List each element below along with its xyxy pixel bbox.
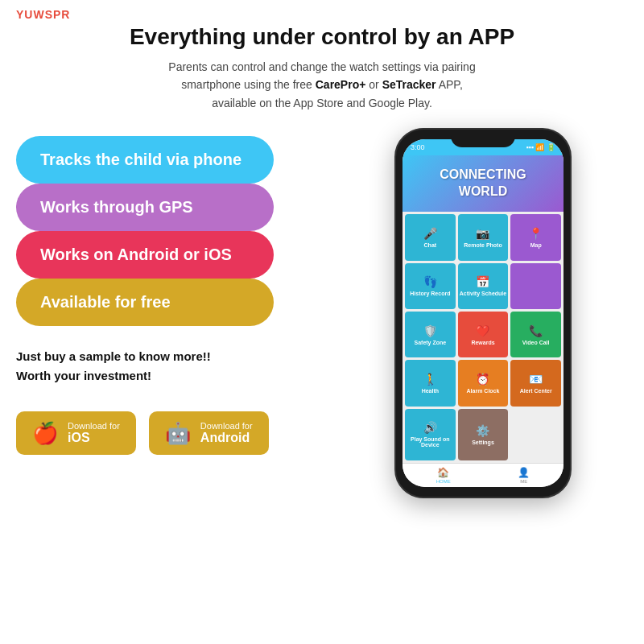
phone-mockup: 3:00 ▪▪▪ 📶 🔋 CONNECTING WORLD 🎤Chat📷Remo…	[394, 128, 572, 498]
cell-label-1: Remote Photo	[464, 242, 502, 248]
grid-cell-0[interactable]: 🎤Chat	[405, 214, 456, 260]
cell-icon-6: 🛡️	[423, 324, 437, 337]
bottom-text: Just buy a sample to know more!! Worth y…	[16, 347, 322, 386]
cell-label-12: Play Sound on Device	[407, 436, 454, 448]
cell-label-9: Health	[422, 388, 439, 394]
grid-cell-10[interactable]: ⏰Alarm Clock	[458, 360, 509, 406]
page-title: Everything under control by an APP	[0, 24, 644, 50]
feature-badge-0: Tracks the child via phone	[16, 136, 274, 184]
subtitle-middle: or	[365, 78, 382, 91]
dl-label-1: Download for	[200, 421, 253, 431]
grid-cell-4[interactable]: 📅Activity Schedule	[458, 263, 509, 309]
cell-icon-2: 📍	[529, 227, 543, 240]
app-header-text: CONNECTING WORLD	[440, 167, 526, 200]
dl-platform-1: Android	[200, 431, 253, 445]
brand-label: YUWSPR	[16, 8, 70, 21]
nav-icon-0: 🏠	[437, 467, 449, 478]
phone-bottom-bar: 🏠HOME👤ME	[402, 463, 564, 487]
cell-icon-3: 👣	[423, 275, 437, 288]
cell-icon-7: ❤️	[476, 324, 489, 337]
cell-label-6: Safety Zone	[414, 340, 446, 345]
cell-icon-13: ⚙️	[476, 424, 489, 437]
dl-icon-1: 🤖	[165, 423, 191, 444]
grid-cell-7[interactable]: ❤️Rewards	[458, 312, 509, 357]
download-btn-1[interactable]: 🤖 Download for Android	[149, 411, 269, 455]
phone-container: 3:00 ▪▪▪ 📶 🔋 CONNECTING WORLD 🎤Chat📷Remo…	[338, 128, 628, 498]
grid-cell-8[interactable]: 📞Video Call	[510, 312, 561, 357]
app-grid: 🎤Chat📷Remote Photo📍Map👣History Record📅Ac…	[402, 212, 564, 463]
cell-icon-11: 📧	[529, 373, 543, 386]
grid-cell-5[interactable]	[510, 263, 561, 309]
cell-label-7: Rewards	[471, 340, 494, 345]
bottom-line1: Just buy a sample to know more!!	[16, 347, 322, 366]
features-list: Tracks the child via phoneWorks through …	[16, 136, 322, 326]
feature-badge-1: Works through GPS	[16, 184, 274, 231]
nav-item-0[interactable]: 🏠HOME	[436, 467, 451, 484]
cell-icon-12: 🔊	[423, 421, 437, 434]
cell-label-8: Video Call	[522, 340, 550, 345]
nav-label-0: HOME	[436, 479, 451, 484]
brand2-text: SeTracker	[382, 78, 436, 91]
dl-label-0: Download for	[68, 421, 120, 431]
cell-icon-1: 📷	[476, 227, 489, 240]
dl-text-1: Download for Android	[200, 421, 253, 445]
nav-item-1[interactable]: 👤ME	[518, 467, 530, 484]
grid-cell-11[interactable]: 📧Alert Center	[510, 360, 561, 406]
nav-label-1: ME	[520, 479, 527, 484]
cell-label-2: Map	[530, 242, 542, 248]
cell-label-3: History Record	[410, 291, 450, 296]
grid-cell-3[interactable]: 👣History Record	[405, 263, 456, 309]
dl-platform-0: iOS	[68, 431, 120, 445]
download-buttons-container: 🍎 Download for iOS 🤖 Download for Androi…	[16, 411, 322, 455]
bottom-line2: Worth your investment!	[16, 366, 322, 386]
cell-label-11: Alert Center	[520, 388, 552, 394]
feature-badge-3: Available for free	[16, 279, 274, 326]
phone-screen: 3:00 ▪▪▪ 📶 🔋 CONNECTING WORLD 🎤Chat📷Remo…	[402, 139, 564, 487]
cell-label-4: Activity Schedule	[460, 291, 506, 296]
feature-badge-2: Works on Android or iOS	[16, 231, 274, 279]
subtitle-line4: available on the App Store and Google Pl…	[212, 97, 432, 109]
subtitle-line1: Parents can control and change the watch…	[168, 60, 475, 73]
cell-label-13: Settings	[472, 440, 494, 445]
subtitle-line2: smartphone using the free	[181, 78, 316, 91]
status-icons: ▪▪▪ 📶 🔋	[526, 143, 555, 151]
cell-label-10: Alarm Clock	[467, 388, 500, 394]
left-panel: Tracks the child via phoneWorks through …	[16, 128, 322, 498]
cell-icon-9: 🚶	[423, 373, 437, 386]
cell-icon-8: 📞	[529, 324, 543, 337]
cell-icon-4: 📅	[476, 275, 489, 288]
grid-cell-13[interactable]: ⚙️Settings	[458, 409, 509, 460]
cell-icon-0: 🎤	[423, 227, 437, 240]
grid-cell-1[interactable]: 📷Remote Photo	[458, 214, 509, 260]
download-btn-0[interactable]: 🍎 Download for iOS	[16, 411, 136, 455]
nav-icon-1: 👤	[518, 467, 530, 478]
grid-cell-12[interactable]: 🔊Play Sound on Device	[405, 409, 456, 460]
subtitle-line3: APP,	[436, 78, 463, 91]
grid-cell-9[interactable]: 🚶Health	[405, 360, 456, 406]
brand1-text: CarePro+	[316, 78, 366, 91]
dl-icon-0: 🍎	[32, 423, 58, 444]
cell-label-0: Chat	[424, 242, 437, 248]
phone-notch	[451, 130, 515, 147]
status-time: 3:00	[411, 143, 425, 151]
grid-cell-2[interactable]: 📍Map	[510, 214, 561, 260]
cell-icon-10: ⏰	[476, 373, 489, 386]
app-header: CONNECTING WORLD	[402, 155, 564, 212]
grid-cell-6[interactable]: 🛡️Safety Zone	[405, 312, 456, 357]
subtitle-text: Parents can control and change the watch…	[0, 58, 644, 112]
dl-text-0: Download for iOS	[68, 421, 120, 445]
